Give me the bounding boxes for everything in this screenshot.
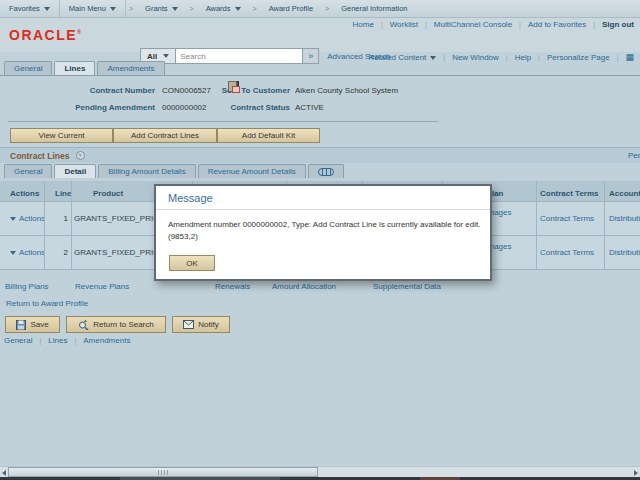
divider [499,54,515,61]
scroll-right-arrow[interactable] [632,468,640,477]
ok-button[interactable]: OK [169,255,215,271]
grid-tabs: General Detail Billing Amount Details Re… [4,164,344,178]
notify-icon [183,320,194,329]
grid-personalize-link[interactable]: Personalize [628,151,640,160]
message-dialog: Message Amendment number 0000000002, Typ… [154,184,492,281]
scrollbar-grip-icon [158,470,168,475]
renewals-link[interactable]: Renewals [215,282,250,291]
divider [418,21,434,28]
worklist-link[interactable]: Worklist [390,20,418,29]
header-links: Home Worklist MultiChannel Console Add t… [353,20,634,29]
add-default-kit-button[interactable]: Add Default Kit [217,128,320,143]
breadcrumb-main-menu-label: Main Menu [69,4,106,13]
divider [512,21,528,28]
breadcrumb-separator-icon: > [322,5,332,12]
return-to-award-profile-link[interactable]: Return to Award Profile [6,299,88,308]
breadcrumb-separator-icon: > [126,5,136,12]
divider [586,21,602,28]
divider [531,54,547,61]
revenue-plans-link[interactable]: Revenue Plans [75,282,129,291]
chevron-down-icon [172,7,178,11]
breadcrumb-award-profile-label: Award Profile [269,4,313,13]
horizontal-scrollbar[interactable] [0,466,640,477]
contract-lines-header: Contract Lines ? Personalize [0,147,640,163]
dialog-message: Amendment number 0000000002, Type: Add C… [156,210,490,229]
view-current-button[interactable]: View Current [10,128,113,143]
new-window-link[interactable]: New Window [452,53,499,62]
grid-tab-show-all-columns[interactable] [308,164,344,178]
footer-link-general[interactable]: General [4,336,32,345]
sign-out-link[interactable]: Sign out [602,20,634,29]
distribution-link[interactable]: Distribution [609,248,640,257]
breadcrumb: Favorites Main Menu > Grants > Awards > … [0,0,640,18]
help-link[interactable]: Help [515,53,531,62]
chevron-down-icon [10,217,16,221]
show-all-columns-icon [318,168,334,176]
actions-dropdown[interactable]: Actions [0,236,45,270]
grid-tab-revenue-amount-details[interactable]: Revenue Amount Details [198,164,306,178]
tab-general[interactable]: General [4,61,52,75]
notify-label: Notify [198,320,218,329]
line-number-cell: 1 [45,202,72,236]
breadcrumb-general-information-label: General Information [341,4,407,13]
home-link[interactable]: Home [353,20,374,29]
amendment-details-icon[interactable] [228,81,241,94]
scrollbar-thumb[interactable] [8,467,318,477]
actions-dropdown[interactable]: Actions [0,202,45,236]
contract-terms-link[interactable]: Contract Terms [540,248,594,257]
search-return-icon [78,319,89,330]
billing-plans-link[interactable]: Billing Plans [5,282,49,291]
peoplesoft-award-profile-page: Favorites Main Menu > Grants > Awards > … [0,0,640,480]
breadcrumb-grants[interactable]: Grants [136,0,187,17]
chevron-down-icon [44,7,50,11]
contract-terms-link[interactable]: Contract Terms [540,214,594,223]
contract-lines-title: Contract Lines [10,151,70,161]
return-to-search-button[interactable]: Return to Search [66,316,166,333]
dialog-message-code: (9853,2) [156,229,490,241]
tab-lines[interactable]: Lines [54,61,95,75]
chevron-down-icon [110,7,116,11]
return-to-search-label: Return to Search [93,320,153,329]
distribution-link[interactable]: Distribution [609,214,640,223]
layout-grid-icon[interactable]: ▦ [625,53,634,62]
footer-link-amendments[interactable]: Amendments [83,336,130,345]
breadcrumb-favorites[interactable]: Favorites [0,0,60,17]
dialog-title: Message [156,186,490,210]
save-button[interactable]: Save [5,316,60,333]
chevron-down-icon [235,7,241,11]
stamp-icon [232,86,240,93]
breadcrumb-award-profile[interactable]: Award Profile [260,0,322,17]
add-to-favorites-link[interactable]: Add to Favorites [528,20,586,29]
divider [436,54,452,61]
help-icon[interactable]: ? [76,151,85,160]
contract-status-value: ACTIVE [295,103,324,112]
divider [8,121,438,122]
contract-terms-cell: Contract Terms [537,236,605,270]
page-tabs: General Lines Amendments [4,61,165,75]
breadcrumb-awards[interactable]: Awards [197,0,250,17]
related-content-menu[interactable]: Related Content [368,53,436,62]
arrow-right-icon [634,470,638,476]
footer-link-lines[interactable]: Lines [48,336,67,345]
arrow-left-icon [2,470,6,476]
breadcrumb-general-information[interactable]: General Information [332,0,416,17]
add-contract-lines-button[interactable]: Add Contract Lines [113,128,217,143]
grid-tab-general[interactable]: General [4,164,52,178]
personalize-page-link[interactable]: Personalize Page [547,53,610,62]
supplemental-data-link[interactable]: Supplemental Data [373,282,441,291]
amount-allocation-link[interactable]: Amount Allocation [272,282,336,291]
notify-button[interactable]: Notify [172,316,230,333]
multichannel-console-link[interactable]: MultiChannel Console [434,20,512,29]
scroll-left-arrow[interactable] [0,468,8,477]
actions-label: Actions [19,214,45,223]
grid-tab-billing-amount-details[interactable]: Billing Amount Details [98,164,195,178]
breadcrumb-awards-label: Awards [206,4,231,13]
sold-to-customer-value: Aiken County School System [295,86,398,95]
grid-tab-detail[interactable]: Detail [54,164,96,178]
contract-terms-cell: Contract Terms [537,202,605,236]
chevron-down-icon [10,251,16,255]
breadcrumb-main-menu[interactable]: Main Menu [60,0,126,17]
pending-amendment-label: Pending Amendment [20,103,155,112]
tab-amendments[interactable]: Amendments [97,61,164,75]
breadcrumb-favorites-label: Favorites [9,4,40,13]
